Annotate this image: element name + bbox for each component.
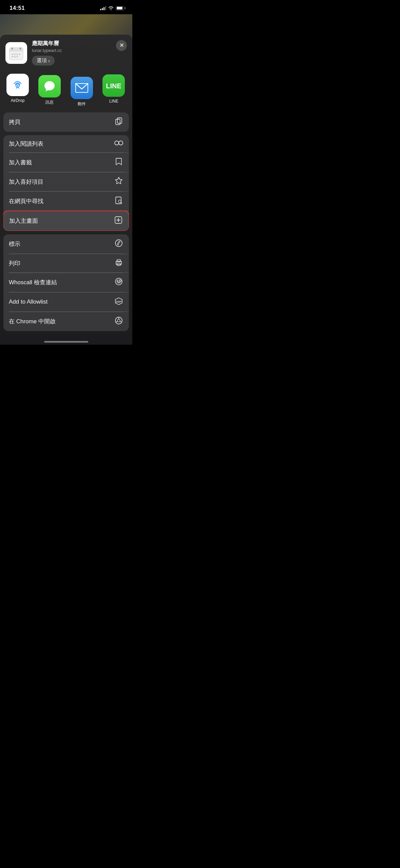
whoscall-label: Whoscall 檢查連結	[9, 278, 57, 286]
svg-rect-4	[20, 48, 21, 50]
wifi-icon	[108, 6, 114, 10]
calendar-svg-icon	[9, 46, 24, 60]
svg-rect-24	[116, 119, 120, 125]
svg-point-26	[119, 141, 123, 145]
abp-label: Add to Allowlist	[9, 299, 47, 305]
page-root: 14:51	[0, 0, 132, 345]
status-bar: 14:51	[0, 0, 132, 14]
print-label: 列印	[9, 259, 20, 267]
favorites-icon	[114, 177, 123, 186]
mail-label: 郵件	[78, 101, 86, 107]
svg-rect-8	[19, 54, 20, 55]
share-app-mail[interactable]: 郵件	[70, 77, 94, 107]
bookmark-label: 加入書籤	[9, 159, 32, 166]
addtohome-label: 加入主畫面	[9, 217, 38, 225]
copy-icon	[114, 117, 123, 127]
svg-line-45	[116, 321, 117, 322]
svg-rect-6	[14, 54, 16, 55]
options-label: 選項	[37, 57, 47, 64]
messages-svg	[43, 79, 56, 93]
app-icon	[5, 42, 27, 64]
svg-point-25	[115, 141, 119, 145]
app-url: lunar.typeart.cc	[32, 48, 127, 53]
findpage-icon	[114, 196, 123, 206]
action-copy[interactable]: 拷貝	[3, 112, 129, 132]
markup-icon	[114, 239, 123, 249]
home-indicator-area	[0, 334, 132, 345]
signal-icon	[100, 6, 106, 10]
airdrop-label: AirDrop	[11, 98, 25, 103]
whoscall-icon	[114, 277, 123, 287]
battery-icon	[116, 6, 126, 11]
action-print[interactable]: 列印	[3, 254, 129, 273]
home-indicator	[44, 341, 88, 343]
svg-line-44	[120, 321, 122, 322]
action-bookmark[interactable]: 加入書籤	[3, 153, 129, 172]
svg-text:LINE: LINE	[106, 82, 121, 90]
share-sheet: 應期萬年曆 lunar.typeart.cc 選項 › ✕	[0, 35, 132, 345]
line-svg: LINE	[106, 78, 121, 93]
svg-rect-7	[16, 54, 18, 55]
messages-label: 訊息	[45, 100, 54, 105]
svg-rect-23	[117, 118, 122, 123]
options-arrow: ›	[48, 58, 50, 64]
app-name: 應期萬年曆	[32, 40, 127, 47]
svg-rect-3	[12, 48, 13, 50]
findpage-label: 在網頁中尋找	[9, 197, 43, 205]
action-abp[interactable]: Add to Allowlist ABP	[3, 292, 129, 312]
share-apps-row: AirDrop 訊息	[0, 71, 132, 112]
options-button[interactable]: 選項 ›	[32, 56, 55, 66]
abp-icon: ABP	[114, 297, 123, 307]
action-findpage[interactable]: 在網頁中尋找	[3, 192, 129, 211]
mail-svg	[75, 83, 89, 93]
readlist-icon	[114, 140, 123, 148]
copy-label: 拷貝	[9, 118, 20, 126]
svg-rect-36	[117, 259, 120, 262]
svg-rect-5	[12, 54, 13, 55]
action-whoscall[interactable]: Whoscall 檢查連結	[3, 273, 129, 292]
svg-text:ABP: ABP	[116, 300, 122, 303]
svg-rect-11	[16, 56, 18, 57]
mail-icon	[71, 77, 93, 99]
action-group-2: 加入閱讀列表 加入書籤 加入喜好項目	[3, 135, 129, 231]
messages-icon	[38, 75, 61, 97]
status-time: 14:51	[9, 5, 25, 12]
action-favorites[interactable]: 加入喜好項目	[3, 172, 129, 191]
share-app-line[interactable]: LINE LINE	[101, 74, 126, 104]
airdrop-icon	[6, 74, 29, 96]
action-addtohome[interactable]: 加入主畫面	[3, 211, 129, 231]
action-readlist[interactable]: 加入閱讀列表	[3, 135, 129, 152]
svg-rect-2	[9, 50, 23, 52]
addtohome-icon	[114, 216, 123, 226]
svg-point-14	[17, 85, 18, 86]
close-icon: ✕	[119, 43, 124, 48]
print-icon	[114, 259, 123, 268]
chrome-icon	[114, 317, 123, 326]
line-icon-bg: LINE	[102, 74, 125, 97]
readlist-label: 加入閱讀列表	[9, 140, 43, 148]
svg-rect-9	[12, 56, 13, 57]
bookmark-icon	[114, 158, 123, 167]
favorites-label: 加入喜好項目	[9, 178, 43, 186]
line-label: LINE	[109, 99, 118, 104]
action-group-3: 標示 列印	[3, 234, 129, 331]
airdrop-svg	[9, 77, 26, 93]
action-markup[interactable]: 標示	[3, 234, 129, 254]
close-button[interactable]: ✕	[116, 40, 127, 51]
svg-point-42	[117, 319, 120, 322]
status-icons	[100, 6, 126, 11]
chrome-label: 在 Chrome 中開啟	[9, 318, 56, 325]
markup-label: 標示	[9, 240, 20, 248]
share-app-airdrop[interactable]: AirDrop	[5, 74, 30, 103]
action-group-1: 拷貝	[3, 112, 129, 132]
action-chrome[interactable]: 在 Chrome 中開啟	[3, 312, 129, 331]
app-info: 應期萬年曆 lunar.typeart.cc 選項 ›	[32, 40, 127, 66]
app-header: 應期萬年曆 lunar.typeart.cc 選項 › ✕	[0, 35, 132, 71]
share-app-messages[interactable]: 訊息	[37, 75, 62, 105]
svg-rect-10	[14, 56, 16, 57]
